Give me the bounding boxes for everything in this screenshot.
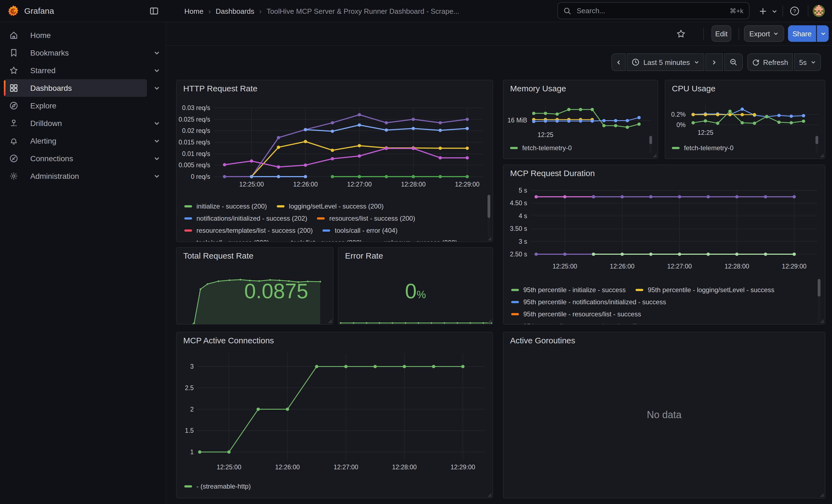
sidebar-item-connections[interactable]: Connections: [4, 150, 147, 167]
time-range-group: Last 5 minutes: [612, 53, 743, 71]
sidebar-toggle-icon[interactable]: [150, 7, 158, 16]
chevron-down-icon[interactable]: [154, 137, 160, 144]
svg-text:12:28:00: 12:28:00: [401, 181, 426, 188]
share-button-label: Share: [792, 29, 811, 38]
sidebar-item-home[interactable]: Home: [4, 26, 147, 44]
legend-item[interactable]: 95th percentile - resources/list - succe…: [511, 310, 641, 318]
star-icon: [9, 66, 18, 75]
refresh-button[interactable]: Refresh: [747, 53, 793, 71]
legend-swatch: [511, 313, 519, 315]
legend-label: tools/call - success (200): [197, 239, 269, 242]
time-range-label: Last 5 minutes: [643, 58, 690, 66]
time-shift-forward-button[interactable]: [705, 53, 723, 71]
add-menu-chevron[interactable]: [769, 5, 780, 17]
export-button-label: Export: [749, 29, 770, 38]
svg-text:1: 1: [190, 448, 194, 456]
gear-icon: [9, 172, 18, 181]
breadcrumb: Home › Dashboards › ToolHive MCP Server …: [184, 0, 459, 22]
sidebar-item-label: Dashboards: [30, 84, 72, 92]
refresh-label: Refresh: [763, 58, 788, 66]
legend-row: resources/templates/list - success (200)…: [184, 224, 479, 237]
svg-text:2.5: 2.5: [185, 384, 194, 392]
panel-title[interactable]: Error Rate: [345, 251, 383, 260]
breadcrumb-current-page: ToolHive MCP Server & Proxy Runner Dashb…: [267, 7, 459, 15]
mcp-active-connections-chart: 11.522.5312:25:0012:26:0012:27:0012:28:0…: [177, 332, 493, 498]
sidebar-item-alerting[interactable]: Alerting: [4, 132, 147, 150]
sidebar-item-dashboards[interactable]: Dashboards: [4, 79, 147, 97]
legend-item[interactable]: - (streamable-http): [184, 482, 251, 490]
chevron-down-icon[interactable]: [154, 85, 160, 91]
stat-value: 0.0875: [219, 281, 333, 301]
sidebar-item-administration[interactable]: Administration: [4, 167, 147, 185]
legend-scrollbar-thumb[interactable]: [488, 195, 490, 218]
add-button[interactable]: [757, 5, 768, 17]
avatar[interactable]: [813, 5, 825, 17]
svg-text:?: ?: [793, 8, 796, 14]
sidebar-item-bookmarks[interactable]: Bookmarks: [4, 44, 147, 62]
sidebar-nav: Home Bookmarks Starred Dashboards Explor…: [0, 22, 166, 504]
time-shift-back-button[interactable]: [612, 53, 626, 71]
legend-scrollbar-thumb[interactable]: [818, 279, 821, 297]
legend-row: 95th percentile - resources/list - succe…: [511, 308, 809, 320]
stat-unit: %: [417, 289, 426, 300]
legend-item[interactable]: unknown - success (200): [372, 239, 458, 242]
sidebar-item-drilldown[interactable]: Drilldown: [4, 114, 147, 132]
legend-item[interactable]: notifications/initialized - success (202…: [184, 215, 307, 222]
legend-swatch: [635, 289, 643, 291]
sidebar-item-explore[interactable]: Explore: [4, 97, 147, 114]
sidebar-item-starred[interactable]: Starred: [4, 62, 147, 79]
svg-text:5 s: 5 s: [519, 187, 527, 194]
chevron-down-icon: [820, 31, 826, 36]
svg-text:12:25:00: 12:25:00: [239, 181, 264, 188]
svg-text:12:26:00: 12:26:00: [293, 181, 318, 188]
zoom-out-icon: [729, 58, 737, 66]
export-button[interactable]: Export: [744, 25, 784, 42]
sidebar-item-label: Bookmarks: [30, 48, 69, 57]
legend-scrollbar-thumb[interactable]: [649, 136, 652, 144]
panel-cpu-usage: CPU Usage 0.2%0%12:25 fetch-telemetry-0: [665, 80, 825, 159]
chevron-down-icon[interactable]: [154, 120, 160, 127]
svg-text:3: 3: [190, 363, 194, 370]
svg-text:0.2%: 0.2%: [671, 111, 686, 118]
refresh-group: Refresh 5s: [747, 53, 821, 71]
share-button[interactable]: Share: [788, 25, 816, 42]
svg-text:12:28:00: 12:28:00: [724, 263, 749, 270]
search-input[interactable]: [576, 6, 725, 16]
stat-number: 0: [405, 280, 417, 302]
legend-scrollbar-thumb[interactable]: [815, 136, 818, 144]
help-button[interactable]: ?: [789, 5, 800, 17]
legend-item[interactable]: tools/list - success (200): [279, 239, 362, 242]
legend-item[interactable]: logging/setLevel - success (200): [277, 203, 384, 210]
legend-item[interactable]: resources/list - success (200): [317, 215, 415, 222]
share-menu-chevron[interactable]: [816, 25, 829, 42]
chevron-down-icon[interactable]: [154, 50, 160, 56]
duration-legend: 95th percentile - initialize - success95…: [511, 282, 809, 324]
refresh-interval-picker[interactable]: 5s: [794, 53, 821, 71]
breadcrumb-home[interactable]: Home: [184, 7, 203, 15]
legend-item[interactable]: 95th percentile - logging/setLevel - suc…: [635, 286, 774, 294]
favorite-star-icon[interactable]: [676, 29, 686, 38]
legend-item[interactable]: tools/call - success (200): [184, 239, 269, 242]
chevron-down-icon[interactable]: [154, 67, 160, 74]
legend-item[interactable]: 95th percentile - notifications/initiali…: [511, 298, 666, 306]
legend-swatch: [323, 230, 331, 232]
chevron-down-icon[interactable]: [154, 173, 160, 179]
legend-item[interactable]: initialize - success (200): [184, 203, 267, 210]
search-box[interactable]: ⌘+k: [557, 2, 750, 19]
time-range-picker[interactable]: Last 5 minutes: [627, 53, 704, 71]
legend-item[interactable]: fetch-telemetry-0: [672, 144, 733, 152]
plus-icon: [758, 7, 767, 15]
edit-button[interactable]: Edit: [711, 25, 731, 42]
legend-item[interactable]: 95th percentile - initialize - success: [511, 286, 626, 294]
zoom-out-button[interactable]: [724, 53, 743, 71]
legend-item[interactable]: fetch-telemetry-0: [510, 144, 572, 152]
grafana-logo-icon[interactable]: [7, 4, 20, 18]
legend-item[interactable]: resources/templates/list - success (200): [184, 227, 313, 234]
legend-item[interactable]: 95th percentile - resources/templates/li…: [511, 322, 672, 324]
breadcrumb-dashboards[interactable]: Dashboards: [216, 7, 254, 15]
legend-row: - (streamable-http): [184, 480, 482, 493]
legend-item[interactable]: tools/call - error (404): [323, 227, 397, 234]
panel-title[interactable]: Total Request Rate: [183, 251, 253, 260]
chevron-right-icon: [711, 59, 717, 65]
chevron-down-icon[interactable]: [154, 155, 160, 162]
